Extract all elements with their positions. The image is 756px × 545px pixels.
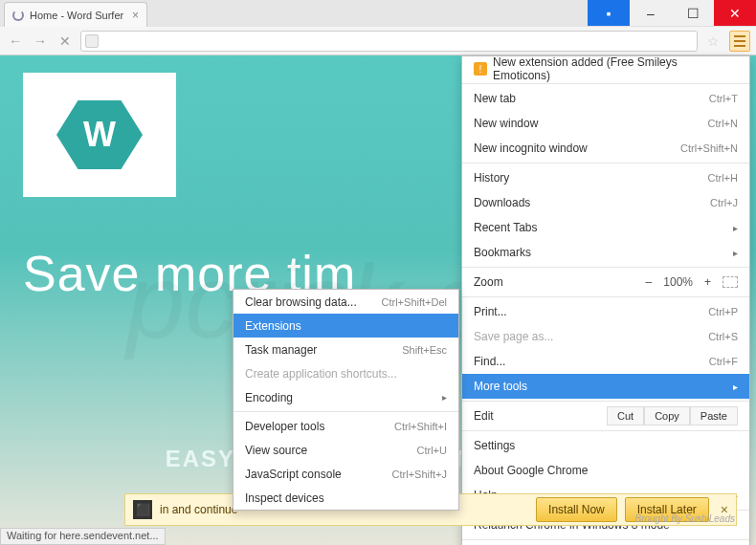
copy-button[interactable]: Copy: [644, 406, 690, 425]
chrome-menu: !New extension added (Free Smileys Emoti…: [461, 55, 750, 545]
menu-recent-tabs[interactable]: Recent Tabs▸: [462, 215, 749, 240]
tabs-row: Home - Word Surfer ×: [0, 0, 588, 27]
menu-settings[interactable]: Settings: [462, 433, 749, 458]
logo-letter: W: [83, 115, 116, 155]
hex-logo: W: [56, 98, 143, 172]
zoom-out-button[interactable]: –: [646, 275, 653, 289]
menu-history[interactable]: HistoryCtrl+H: [462, 165, 749, 190]
menu-about[interactable]: About Google Chrome: [462, 458, 749, 483]
menu-zoom: Zoom – 100% +: [462, 270, 749, 294]
tab-home[interactable]: Home - Word Surfer ×: [4, 2, 147, 27]
alert-icon: !: [474, 62, 487, 76]
page-icon: [85, 34, 99, 48]
sub-view-source[interactable]: View sourceCtrl+U: [233, 438, 458, 462]
url-bar[interactable]: [80, 31, 698, 52]
menu-find[interactable]: Find...Ctrl+F: [462, 349, 749, 374]
back-button[interactable]: ←: [6, 32, 25, 51]
tab-close-icon[interactable]: ×: [132, 9, 139, 22]
cut-button[interactable]: Cut: [607, 406, 644, 425]
menu-print[interactable]: Print...Ctrl+P: [462, 299, 749, 324]
sub-task-manager[interactable]: Task managerShift+Esc: [233, 338, 458, 361]
sub-encoding[interactable]: Encoding▸: [233, 385, 458, 409]
install-icon: ⬛: [133, 500, 152, 519]
close-button[interactable]: ✕: [714, 0, 756, 26]
sub-inspect-devices[interactable]: Inspect devices: [233, 486, 458, 510]
fullscreen-icon[interactable]: [723, 276, 738, 288]
sub-clear-data[interactable]: Clear browsing data...Ctrl+Shift+Del: [233, 290, 458, 314]
menu-more-tools[interactable]: More tools▸: [462, 374, 749, 399]
menu-downloads[interactable]: DownloadsCtrl+J: [462, 190, 749, 215]
menu-save-as[interactable]: Save page as...Ctrl+S: [462, 324, 749, 349]
sub-devtools[interactable]: Developer toolsCtrl+Shift+I: [233, 414, 458, 438]
zoom-value: 100%: [663, 275, 693, 289]
forward-button[interactable]: →: [31, 32, 50, 51]
sub-shortcuts[interactable]: Create application shortcuts...: [233, 361, 458, 385]
bookmark-star-icon[interactable]: ☆: [707, 33, 720, 49]
menu-ext-alert[interactable]: !New extension added (Free Smileys Emoti…: [462, 56, 749, 81]
status-bar: Waiting for here.sendevent.net...: [0, 528, 166, 545]
menu-button[interactable]: [729, 31, 750, 52]
tab-title: Home - Word Surfer: [30, 10, 123, 21]
logo-box: W: [23, 73, 176, 197]
tab-spinner-icon: [12, 10, 24, 21]
menu-new-incognito[interactable]: New incognito windowCtrl+Shift+N: [462, 136, 749, 161]
brought-by-label: Brought By SushiLeads: [634, 513, 735, 524]
menu-bookmarks[interactable]: Bookmarks▸: [462, 240, 749, 265]
user-button[interactable]: ▪: [588, 0, 630, 26]
paste-button[interactable]: Paste: [690, 406, 738, 425]
more-tools-submenu: Clear browsing data...Ctrl+Shift+Del Ext…: [233, 289, 459, 511]
menu-edit-row: Edit Cut Copy Paste: [462, 403, 749, 428]
minimize-button[interactable]: –: [630, 0, 672, 26]
toolbar: ← → ✕ ☆: [0, 27, 756, 55]
install-now-button[interactable]: Install Now: [536, 497, 617, 522]
menu-new-tab[interactable]: New tabCtrl+T: [462, 86, 749, 111]
sub-extensions[interactable]: Extensions: [233, 314, 458, 338]
stop-button[interactable]: ✕: [56, 32, 75, 51]
sub-js-console[interactable]: JavaScript consoleCtrl+Shift+J: [233, 462, 458, 486]
menu-new-window[interactable]: New windowCtrl+N: [462, 111, 749, 136]
zoom-in-button[interactable]: +: [704, 275, 711, 289]
maximize-button[interactable]: ☐: [672, 0, 714, 26]
